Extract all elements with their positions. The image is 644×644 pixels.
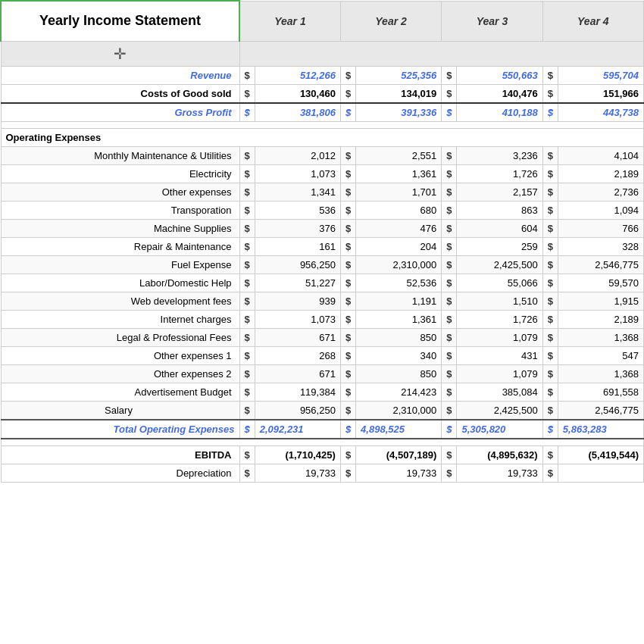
income-statement-container: Yearly Income Statement Year 1 Year 2 Ye… <box>0 0 644 483</box>
cogs-value-y4: 151,966 <box>558 84 643 103</box>
ebitda-dollar-y3: $ <box>442 445 457 464</box>
op-exp-row-3: Transporation $ 536 $ 680 $ 863 $ 1,094 <box>1 201 644 219</box>
cogs-row: Costs of Good sold $ 130,460 $ 134,019 $… <box>1 84 644 103</box>
op-exp-val-4-y2: 476 <box>356 219 442 237</box>
op-exp-val-12-y4: 1,368 <box>558 364 643 383</box>
ebitda-label: EBITDA <box>1 445 239 464</box>
op-exp-val-8-y3: 1,510 <box>457 292 542 310</box>
op-exp-val-10-y1: 671 <box>255 328 340 346</box>
op-exp-label-5: Repair & Maintenance <box>1 237 239 255</box>
op-expenses-header-row: Operating Expenses <box>1 128 644 146</box>
op-exp-label-8: Web development fees <box>1 292 239 310</box>
cogs-dollar-y4: $ <box>542 84 558 103</box>
op-exp-val-4-y3: 604 <box>457 219 542 237</box>
depr-dollar-y3: $ <box>442 464 457 482</box>
revenue-value-y1: 512,266 <box>255 66 340 84</box>
spacer-row-1 <box>1 121 644 128</box>
op-exp-val-9-y1: 1,073 <box>255 310 340 328</box>
depr-val-y4 <box>558 464 643 482</box>
op-exp-label-11: Other expenses 1 <box>1 346 239 364</box>
op-exp-val-0-y4: 4,104 <box>558 146 643 164</box>
op-exp-val-8-y1: 939 <box>255 292 340 310</box>
depr-val-y1: 19,733 <box>255 464 340 482</box>
op-exp-val-6-y1: 956,250 <box>255 255 340 274</box>
op-exp-label-14: Salary <box>1 401 239 420</box>
op-exp-val-2-y4: 2,736 <box>558 183 643 201</box>
op-exp-val-14-y4: 2,546,775 <box>558 401 643 420</box>
op-exp-val-3-y3: 863 <box>457 201 542 219</box>
op-exp-row-11: Other expenses 1 $ 268 $ 340 $ 431 $ 547 <box>1 346 644 364</box>
gross-profit-row: Gross Profit $ 381,806 $ 391,336 $ 410,1… <box>1 103 644 122</box>
op-exp-val-11-y4: 547 <box>558 346 643 364</box>
op-exp-label-12: Other expenses 2 <box>1 364 239 383</box>
revenue-value-y4: 595,704 <box>558 66 643 84</box>
op-exp-val-7-y4: 59,570 <box>558 274 643 292</box>
op-exp-val-5-y3: 259 <box>457 237 542 255</box>
op-exp-val-12-y3: 1,079 <box>457 364 542 383</box>
op-exp-row-14: Salary $ 956,250 $ 2,310,000 $ 2,425,500… <box>1 401 644 420</box>
col-year1: Year 1 <box>239 1 340 41</box>
ebitda-dollar-y2: $ <box>340 445 355 464</box>
op-exp-label-0: Monthly Maintenance & Utilities <box>1 146 239 164</box>
revenue-row: Revenue $ 512,266 $ 525,356 $ 550,663 $ … <box>1 66 644 84</box>
op-exp-val-10-y2: 850 <box>356 328 442 346</box>
depreciation-row: Depreciation $ 19,733 $ 19,733 $ 19,733 … <box>1 464 644 482</box>
op-exp-val-9-y2: 1,361 <box>356 310 442 328</box>
op-exp-val-1-y3: 1,726 <box>457 164 542 183</box>
revenue-dollar-y1: $ <box>239 66 255 84</box>
ebitda-dollar-y1: $ <box>239 445 255 464</box>
op-exp-val-5-y2: 204 <box>356 237 442 255</box>
depr-val-y2: 19,733 <box>356 464 442 482</box>
op-expenses-header: Operating Expenses <box>1 128 644 146</box>
spacer-row-2 <box>1 439 644 446</box>
op-exp-val-7-y1: 51,227 <box>255 274 340 292</box>
op-exp-val-6-y3: 2,425,500 <box>457 255 542 274</box>
op-exp-val-3-y2: 680 <box>356 201 442 219</box>
op-exp-val-8-y4: 1,915 <box>558 292 643 310</box>
col-year4: Year 4 <box>542 1 643 41</box>
op-exp-val-6-y4: 2,546,775 <box>558 255 643 274</box>
cogs-dollar-y3: $ <box>442 84 457 103</box>
move-icon-row: ✛ <box>1 41 644 66</box>
gp-dollar-y1: $ <box>239 103 255 122</box>
gp-dollar-y2: $ <box>340 103 355 122</box>
col-year3: Year 3 <box>442 1 542 41</box>
depr-dollar-y1: $ <box>239 464 255 482</box>
depr-val-y3: 19,733 <box>457 464 542 482</box>
op-exp-val-14-y3: 2,425,500 <box>457 401 542 420</box>
cogs-value-y2: 134,019 <box>356 84 442 103</box>
op-exp-val-9-y3: 1,726 <box>457 310 542 328</box>
op-exp-row-1: Electricity $ 1,073 $ 1,361 $ 1,726 $ 2,… <box>1 164 644 183</box>
op-exp-row-6: Fuel Expense $ 956,250 $ 2,310,000 $ 2,4… <box>1 255 644 274</box>
revenue-dollar-y3: $ <box>442 66 457 84</box>
revenue-value-y3: 550,663 <box>457 66 542 84</box>
ebitda-val-y1: (1,710,425) <box>255 445 340 464</box>
total-op-dollar-y1: $ <box>239 420 255 439</box>
cogs-dollar-y2: $ <box>340 84 355 103</box>
op-exp-val-1-y2: 1,361 <box>356 164 442 183</box>
op-exp-val-3-y4: 1,094 <box>558 201 643 219</box>
op-exp-row-10: Legal & Professional Fees $ 671 $ 850 $ … <box>1 328 644 346</box>
op-exp-val-13-y2: 214,423 <box>356 383 442 401</box>
op-exp-val-10-y3: 1,079 <box>457 328 542 346</box>
op-exp-val-11-y3: 431 <box>457 346 542 364</box>
move-icon[interactable]: ✛ <box>1 41 239 66</box>
total-op-label: Total Operating Expenses <box>1 420 239 439</box>
revenue-label: Revenue <box>1 66 239 84</box>
total-op-val-y1: 2,092,231 <box>255 420 340 439</box>
ebitda-val-y4: (5,419,544) <box>558 445 643 464</box>
op-exp-val-5-y1: 161 <box>255 237 340 255</box>
op-exp-val-10-y4: 1,368 <box>558 328 643 346</box>
total-op-dollar-y2: $ <box>340 420 355 439</box>
op-exp-val-0-y1: 2,012 <box>255 146 340 164</box>
header-row: Yearly Income Statement Year 1 Year 2 Ye… <box>1 1 644 41</box>
op-exp-row-0: Monthly Maintenance & Utilities $ 2,012 … <box>1 146 644 164</box>
op-exp-val-11-y1: 268 <box>255 346 340 364</box>
col-year2: Year 2 <box>340 1 441 41</box>
op-exp-val-4-y4: 766 <box>558 219 643 237</box>
revenue-dollar-y2: $ <box>340 66 355 84</box>
op-exp-val-14-y1: 956,250 <box>255 401 340 420</box>
op-exp-label-6: Fuel Expense <box>1 255 239 274</box>
op-exp-val-14-y2: 2,310,000 <box>356 401 442 420</box>
op-exp-row-5: Repair & Maintenance $ 161 $ 204 $ 259 $… <box>1 237 644 255</box>
